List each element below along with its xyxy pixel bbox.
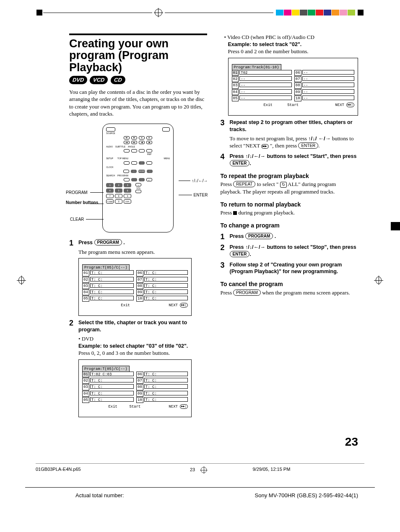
osd-row: 02-- <box>232 76 292 82</box>
color-bar <box>276 10 355 15</box>
osd-index: 05 <box>232 96 239 101</box>
step-1-title: Press PROGRAM . <box>78 239 125 247</box>
osd-row: 03-- <box>232 83 292 88</box>
osd-index: 10 <box>136 296 143 302</box>
registration-target-icon <box>155 9 162 16</box>
swatch <box>308 10 315 15</box>
page-title: Creating your own program (Program Playb… <box>69 38 207 73</box>
program-button-icon: PROGRAM <box>233 289 261 296</box>
swatch <box>316 10 323 15</box>
osd-row: 06T: C: <box>136 270 188 276</box>
osd-value: -- <box>302 96 354 100</box>
osd-row: 08T: C: <box>136 384 188 390</box>
osd-row: 02T: C: <box>82 277 134 283</box>
step-2-dvd-example: Example: to select chapter "03" of title… <box>78 343 207 350</box>
osd-program-dvd: Program:T(05)/C(--) 01T:02 C:0306T: C:02… <box>78 359 192 417</box>
remote-play-btn: ⏯ <box>146 136 152 139</box>
osd-value: -- <box>239 76 291 81</box>
next-icon: ▶▶| <box>346 103 354 107</box>
osd-index: 09 <box>294 89 301 95</box>
badge-vcd: VCD <box>89 76 109 84</box>
step-4-title: Press ↑/↓/←/→ buttons to select "Start",… <box>230 153 358 167</box>
osd-value: T: C: <box>90 283 134 288</box>
vcd-label: • Video CD (when PBC is off)/Audio CD <box>224 34 358 41</box>
osd-value: T: C: <box>144 391 188 395</box>
osd-value: -- <box>302 76 354 81</box>
osd-program-track: Program:Track(01-10) 01T0206--02--07--03… <box>228 58 358 116</box>
osd-index: 01 <box>232 70 239 76</box>
crop-mark <box>358 10 364 15</box>
remote-vol-down: − <box>135 190 141 193</box>
remote-source-btn <box>106 127 115 132</box>
swatch <box>340 10 347 15</box>
heading-cancel: To cancel the program <box>221 280 358 288</box>
remote-up-btn: ↑ <box>139 161 145 165</box>
callout-number-buttons: Number buttons <box>66 200 98 206</box>
osd-row: 06-- <box>294 70 354 76</box>
page-body: Creating your own program (Program Playb… <box>0 17 400 424</box>
osd-row: 01T02 <box>232 70 292 76</box>
osd-index: 08 <box>136 283 143 289</box>
osd-row: 06T: C: <box>136 372 188 377</box>
osd-header: Program:Track(01-10) <box>232 64 281 70</box>
osd-row: 07T: C: <box>136 277 188 283</box>
osd-row: 02T: C: <box>82 378 134 384</box>
osd-value: T: C: <box>90 296 134 300</box>
remote-ff-btn: ▶▶ <box>131 141 137 144</box>
remote-stepf-btn: ▮▶ <box>146 141 152 144</box>
osd-header: Program:T(05)/C(--) <box>82 264 130 271</box>
footer-imposition: 01GB03PLA-E4N.p65 23 9/29/05, 12:15 PM <box>36 463 364 475</box>
arrow-icons: ↑/↓/ ←/→ <box>308 135 330 142</box>
osd-value: T:02 C:03 <box>90 372 134 376</box>
stop-icon <box>233 211 237 215</box>
osd-value: T02 <box>239 70 291 75</box>
osd-value: -- <box>239 83 291 87</box>
arrow-icons: ↑/↓/←/→ <box>245 153 265 159</box>
swatch <box>284 10 291 15</box>
osd-rows: 01T: C:06T: C:02T: C:07T: C:03T: C:08T: … <box>82 270 188 302</box>
next-icon: ▶▶| <box>180 404 188 409</box>
vcd-example: Example: to select track "02". <box>228 41 358 48</box>
footer-file: 01GB03PLA-E4N.p65 <box>36 466 148 474</box>
osd-index: 02 <box>82 277 89 283</box>
program-button-icon: PROGRAM <box>245 233 273 239</box>
osd-row: 04T: C: <box>82 289 134 295</box>
step-number: 3 <box>221 119 227 133</box>
osd-row: 10T: C: <box>136 296 188 302</box>
osd-index: 02 <box>82 378 89 384</box>
osd-value: T: C: <box>144 378 188 382</box>
next-icon: ▶▶| <box>261 144 268 149</box>
page-number: 23 <box>0 434 400 450</box>
remote-program-btn <box>131 178 137 181</box>
osd-value: T: C: <box>144 384 188 389</box>
osd-index: 01 <box>82 372 89 377</box>
enter-button-icon: ENTER <box>298 142 318 149</box>
remote-return-btn: ⮐ <box>146 178 152 181</box>
osd-row: 07T: C: <box>136 378 188 384</box>
callout-clear: CLEAR <box>70 217 84 222</box>
callout-enter: ENTER <box>194 192 208 198</box>
footer-date: 9/29/05, 12:15 PM <box>252 466 364 474</box>
page-edge-tab <box>391 222 400 230</box>
remote-illustration: SOURCE ⏮ ⏭ ■ ⏯ ◀◀ ▶▶ ◀▮ ▮▶ AUDIO SU <box>102 124 174 232</box>
osd-index: 09 <box>136 289 143 295</box>
loop-icon: ↻ <box>280 182 287 188</box>
step-2-dvd-label: • DVD <box>78 335 207 343</box>
step-3-body: To move to next program list, press ↑/↓/… <box>230 135 358 150</box>
callout-arrows: ↑/↓/←/→ <box>192 178 208 184</box>
osd-index: 03 <box>82 283 89 289</box>
enter-button-icon: ENTER <box>230 251 250 257</box>
step-3: 3 Repeat step 2 to program other titles,… <box>221 119 358 133</box>
osd-index: 05 <box>82 397 89 403</box>
remote-keypad: 1 2 3 4 5 6 7 8 9 CLEAR 0 DSPL <box>106 183 131 204</box>
osd-value: T: C: <box>90 391 134 395</box>
osd-index: 07 <box>136 277 143 283</box>
change-step-1: 1 Press PROGRAM . <box>221 233 358 240</box>
swatch <box>292 10 299 15</box>
osd-index: 08 <box>136 384 143 390</box>
remote-next-btn: ⏭ <box>131 136 137 139</box>
step-number: 2 <box>69 319 76 333</box>
section-rule <box>69 34 207 35</box>
osd-value: T: C: <box>144 283 188 288</box>
osd-value: T: C: <box>144 277 188 281</box>
